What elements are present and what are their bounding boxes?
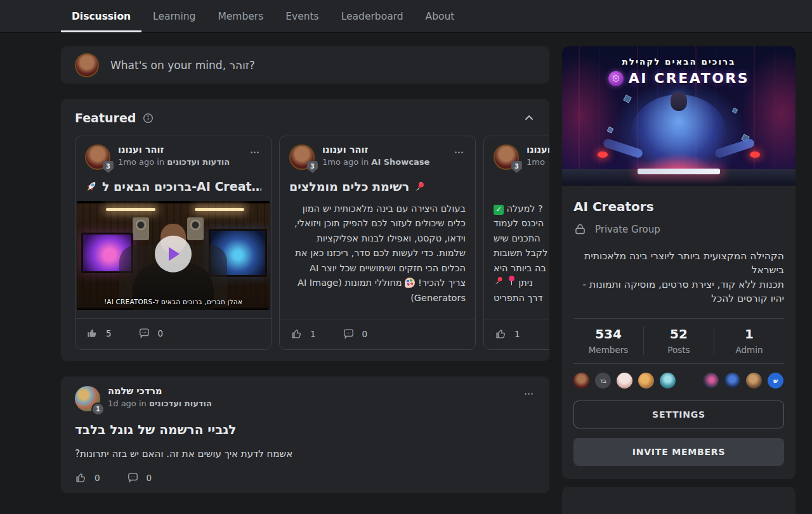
post-author[interactable]: מרדכי שלמה: [108, 386, 212, 396]
post-body: ? למעלה ✓ היכנס לעמוד התכנים שיש לקבל תש…: [494, 202, 549, 311]
member-avatar[interactable]: [573, 373, 589, 389]
member-avatar[interactable]: בד: [595, 373, 611, 389]
like-button[interactable]: 5: [86, 327, 112, 339]
stat-members: 534 Members: [573, 326, 643, 355]
pushpin-icon: [494, 276, 504, 286]
comment-button[interactable]: 0: [127, 472, 152, 484]
avatar[interactable]: 1: [75, 386, 100, 411]
banner-brand-text: AI CREATORS: [629, 70, 749, 86]
tab-about[interactable]: About: [415, 0, 466, 32]
video-thumbnail[interactable]: אהלן חברים, ברוכים הבאים ל-AI CREATORS!: [77, 201, 270, 310]
comment-button[interactable]: 0: [138, 327, 164, 339]
member-avatar[interactable]: ש: [768, 373, 783, 389]
featured-card[interactable]: 3 זוהר וענונו 1mo ago in AI Showcase: [279, 136, 476, 350]
group-name: AI Creators: [573, 186, 784, 214]
post-author[interactable]: זוהר וענונו: [527, 145, 549, 155]
post-title[interactable]: רשימת כלים מומלצים: [289, 179, 466, 193]
comment-count: 0: [158, 328, 164, 338]
post-title[interactable]: לקהילה: [494, 179, 549, 193]
settings-button[interactable]: SETTINGS: [573, 401, 784, 428]
brain-icon: [608, 71, 624, 86]
member-avatar[interactable]: [638, 373, 654, 389]
video-caption: אהלן חברים, ברוכים הבאים ל-AI CREATORS!: [77, 298, 270, 305]
featured-card[interactable]: 3 זוהר וענונו 1mo: [483, 136, 549, 350]
stat-admins: 1 Admin: [714, 326, 784, 355]
post-meta: 1mo ago in הודעות ועדכונים: [118, 157, 230, 167]
level-badge: 3: [307, 161, 318, 173]
post-title[interactable]: לגביי הרשמה של גוגל בלבד: [75, 422, 535, 437]
like-button[interactable]: 0: [75, 472, 100, 484]
palette-icon: [405, 278, 415, 288]
group-stats: 534 Members 52 Posts 1 Admin: [573, 319, 784, 363]
like-count: 1: [514, 329, 520, 339]
avatar[interactable]: [75, 53, 99, 77]
tab-leaderboard[interactable]: Leaderboard: [331, 0, 414, 32]
tab-members[interactable]: Members: [207, 0, 274, 32]
post-card[interactable]: 1 מרדכי שלמה 1d ago in הודעות ועדכונים ל…: [61, 376, 549, 493]
level-badge: 1: [93, 404, 103, 414]
more-menu-icon[interactable]: [522, 386, 535, 402]
featured-cards-row: 3 זוהר וענונו 1mo ago in הודעות ועדכונים: [75, 136, 549, 350]
rocket-icon: [85, 180, 98, 193]
like-button[interactable]: 1: [291, 328, 316, 340]
member-avatar[interactable]: [681, 373, 697, 389]
pushpin-icon: [414, 181, 426, 193]
like-button[interactable]: 1: [495, 328, 520, 340]
member-avatars-row: בד ש: [573, 364, 784, 390]
post-category: AI Showcase: [371, 157, 429, 167]
composer-prompt[interactable]: What's on your mind, זוהר?: [110, 59, 255, 72]
avatar[interactable]: 3: [289, 145, 315, 170]
level-badge: 3: [103, 161, 114, 173]
post-body: בעולם היצירה עם בינה מלאכותית יש המון כל…: [289, 202, 466, 311]
community-page: Discussion Learning Members Events Leade…: [0, 0, 812, 514]
featured-section: Featured: [61, 99, 549, 361]
check-icon: ✓: [494, 205, 504, 215]
post-author[interactable]: זוהר וענונו: [322, 145, 429, 155]
post-meta: 1d ago in הודעות ועדכונים: [108, 399, 212, 408]
comment-button[interactable]: 0: [343, 328, 368, 340]
post-author[interactable]: זוהר וענונו: [118, 145, 230, 155]
member-avatar[interactable]: [660, 373, 676, 389]
banner-figure: [671, 92, 687, 111]
stat-posts: 52 Posts: [643, 326, 714, 355]
more-menu-icon[interactable]: [452, 145, 466, 160]
group-banner: ברוכים הבאים לקהילת AI CREATORS: [562, 46, 796, 186]
level-badge: 3: [511, 161, 522, 173]
invite-members-button[interactable]: INVITE MEMBERS: [573, 438, 784, 466]
member-avatar[interactable]: [746, 373, 762, 389]
post-composer[interactable]: What's on your mind, זוהר?: [61, 46, 549, 84]
like-count: 5: [106, 328, 112, 338]
featured-title: Featured: [75, 111, 136, 125]
post-category: הודעות ועדכונים: [167, 157, 230, 167]
banner-welcome-text: ברוכים הבאים לקהילת: [562, 56, 796, 67]
leaderboard-card: Leaderboard (30-days): [562, 487, 796, 514]
like-count: 0: [95, 473, 100, 483]
member-avatar[interactable]: [703, 373, 719, 389]
member-avatar[interactable]: [617, 373, 632, 389]
comment-count: 0: [147, 473, 152, 483]
post-title[interactable]: ברוכים הבאים ל-AI Creat…: [85, 179, 261, 193]
group-description: הקהילה המקצועית ביותר ליוצרי בינה מלאכות…: [573, 249, 784, 306]
post-body: אשמח לדעת איך עושים את זה. והאם יש בזה י…: [75, 448, 535, 459]
play-button-icon[interactable]: [155, 236, 192, 273]
tab-events[interactable]: Events: [275, 0, 329, 32]
tab-learning[interactable]: Learning: [142, 0, 206, 32]
post-category: הודעות ועדכונים: [149, 399, 212, 408]
group-info-card: ברוכים הבאים לקהילת AI CREATORS AI Creat…: [562, 46, 796, 479]
round-pin-icon: [507, 276, 516, 286]
avatar[interactable]: 3: [494, 145, 519, 170]
post-meta: 1mo: [527, 157, 549, 167]
group-privacy: Private Group: [595, 224, 660, 235]
speaker: [133, 217, 149, 240]
info-icon[interactable]: [142, 112, 154, 124]
like-count: 1: [310, 329, 316, 339]
avatar[interactable]: 3: [85, 145, 110, 170]
lock-icon: [573, 222, 587, 236]
chevron-up-icon[interactable]: [523, 112, 535, 124]
member-avatar[interactable]: [724, 373, 740, 389]
tab-bar: Discussion Learning Members Events Leade…: [0, 0, 812, 32]
featured-card[interactable]: 3 זוהר וענונו 1mo ago in הודעות ועדכונים: [75, 136, 272, 350]
post-meta: 1mo ago in AI Showcase: [322, 157, 429, 167]
tab-discussion[interactable]: Discussion: [61, 0, 141, 32]
more-menu-icon[interactable]: [248, 145, 261, 160]
